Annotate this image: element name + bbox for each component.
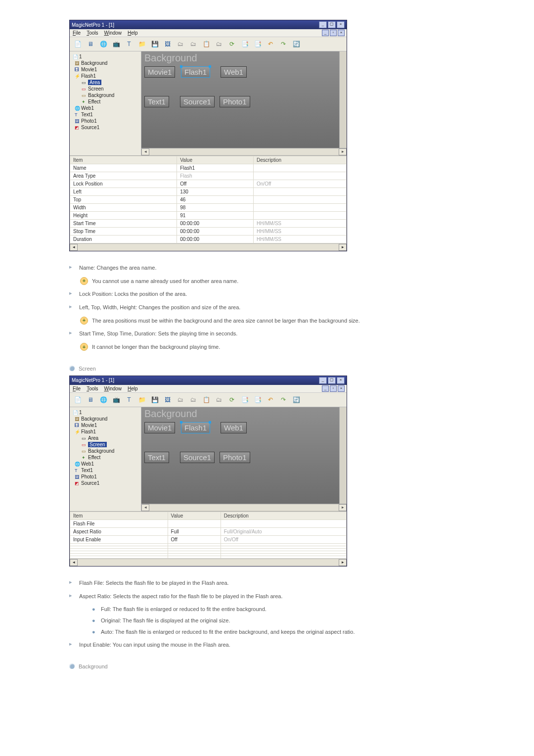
tree-node[interactable]: 🖼Photo1 (71, 473, 140, 480)
props-cell[interactable]: 46 (177, 196, 254, 204)
tree-node[interactable]: ▭Area (71, 435, 140, 441)
toolbar-button[interactable]: 📋 (201, 395, 211, 405)
tree-node[interactable]: 🌐Web1 (71, 461, 140, 467)
canvas-area[interactable]: Web1 (221, 66, 247, 78)
menu-help[interactable]: Help (128, 386, 138, 391)
props-cell[interactable]: Off (168, 535, 221, 543)
tree-node[interactable]: 🖼Background (71, 416, 140, 422)
props-cell[interactable]: 98 (177, 204, 254, 212)
menu-file[interactable]: File (73, 30, 81, 36)
canvas-hscroll[interactable]: ◂▸ (141, 148, 347, 155)
tree-node[interactable]: 🖼Background (71, 60, 140, 66)
props-cell[interactable]: Full (168, 527, 221, 535)
tree-node[interactable]: 🎞Movie1 (71, 422, 140, 428)
toolbar-button[interactable]: ↶ (266, 395, 275, 405)
toolbar-button[interactable]: 🗂 (176, 395, 185, 405)
canvas-vscroll[interactable] (339, 51, 347, 148)
props-row[interactable]: Area TypeFlash (70, 172, 347, 180)
menu-tools[interactable]: Tools (87, 386, 98, 391)
mdi-minimize[interactable]: _ (322, 385, 329, 392)
maximize-button[interactable]: ▢ (328, 377, 336, 384)
tree-node[interactable]: ✦Effect (71, 454, 140, 461)
canvas-area[interactable]: Movie1 (144, 66, 175, 78)
toolbar-button[interactable]: ↶ (266, 39, 275, 49)
toolbar-button[interactable]: 📑 (240, 39, 250, 49)
mdi-minimize[interactable]: _ (322, 30, 329, 36)
props-cell[interactable]: 00:00:00 (177, 236, 254, 243)
props-row[interactable]: Input EnableOffOn/Off (70, 535, 347, 543)
toolbar-button[interactable]: 📄 (73, 395, 83, 405)
props-cell[interactable]: 91 (177, 212, 254, 220)
props-hscroll[interactable]: ◂▸ (70, 243, 347, 251)
props-row[interactable]: Duration00:00:00HH/MM/SS (70, 236, 347, 243)
props-row[interactable]: Top46 (70, 196, 347, 204)
toolbar-button[interactable]: 🗂 (188, 39, 198, 49)
props-hscroll[interactable]: ◂▸ (70, 559, 347, 566)
props-row[interactable]: Aspect RatioFullFull/Original/Auto (70, 527, 347, 535)
tree-node[interactable]: ▭Background (71, 448, 140, 454)
canvas-area[interactable]: Flash1 (181, 66, 210, 78)
props-row[interactable]: Height91 (70, 212, 347, 220)
tree-node[interactable]: 🎞Movie1 (71, 66, 140, 73)
props-row[interactable]: NameFlash1 (70, 164, 347, 172)
props-row[interactable] (70, 556, 347, 558)
close-button[interactable]: × (337, 377, 345, 384)
menu-window[interactable]: Window (104, 386, 122, 391)
canvas-area[interactable]: Text1 (144, 452, 169, 463)
toolbar-button[interactable]: 📑 (253, 39, 263, 49)
props-cell[interactable]: 00:00:00 (177, 228, 254, 236)
toolbar-button[interactable]: 📺 (111, 39, 121, 49)
toolbar-button[interactable]: 📁 (137, 39, 147, 49)
tree-node[interactable]: 🖼Photo1 (71, 118, 140, 124)
toolbar-button[interactable]: 🔄 (291, 39, 301, 49)
canvas-area[interactable]: Photo1 (220, 96, 250, 107)
tree-node[interactable]: ◩Source1 (71, 124, 140, 131)
layout-canvas[interactable]: BackgroundMovie1Flash1Web1Text1Source1Ph… (141, 407, 347, 504)
canvas-area[interactable]: Photo1 (220, 452, 250, 463)
toolbar-button[interactable]: 📑 (240, 395, 250, 405)
tree-node[interactable]: TText1 (71, 111, 140, 118)
toolbar-button[interactable]: 📁 (137, 395, 147, 405)
toolbar-button[interactable]: 📑 (253, 395, 263, 405)
menu-help[interactable]: Help (128, 30, 138, 36)
props-cell[interactable]: Flash1 (177, 164, 254, 172)
canvas-vscroll[interactable] (339, 407, 347, 504)
props-row[interactable]: Left130 (70, 188, 347, 196)
toolbar-button[interactable]: 🗂 (214, 395, 224, 405)
tree-node[interactable]: TText1 (71, 467, 140, 473)
menu-tools[interactable]: Tools (87, 30, 98, 36)
layout-canvas[interactable]: BackgroundMovie1Flash1Web1Text1Source1Ph… (141, 51, 347, 148)
canvas-area[interactable]: Source1 (180, 452, 215, 463)
canvas-area[interactable]: Text1 (144, 96, 169, 107)
tree-node[interactable]: 📄1 (71, 409, 140, 416)
tree-node[interactable]: ▭Screen (71, 86, 140, 92)
toolbar-button[interactable]: 🖥 (86, 395, 95, 405)
maximize-button[interactable]: ▢ (328, 21, 336, 28)
props-row[interactable]: Lock PositionOffOn/Off (70, 180, 347, 188)
props-row[interactable]: Width98 (70, 204, 347, 212)
toolbar-button[interactable]: ⟳ (227, 395, 237, 405)
tree-node[interactable]: 📄1 (71, 53, 140, 60)
mdi-restore[interactable]: ▫ (330, 385, 337, 392)
close-button[interactable]: × (337, 21, 345, 28)
toolbar-button[interactable]: 🌐 (98, 395, 108, 405)
toolbar-button[interactable]: 🌐 (98, 39, 108, 49)
toolbar-button[interactable]: 🖥 (86, 39, 95, 49)
toolbar-button[interactable]: 📄 (73, 39, 83, 49)
toolbar-button[interactable]: 🗂 (176, 39, 185, 49)
props-cell[interactable]: 00:00:00 (177, 220, 254, 228)
tree-panel[interactable]: 📄1🖼Background🎞Movie1⚡Flash1▭Area▭Screen▭… (70, 407, 141, 511)
props-row[interactable]: Stop Time00:00:00HH/MM/SS (70, 228, 347, 236)
toolbar-button[interactable]: 💾 (150, 39, 160, 49)
toolbar-button[interactable]: 💾 (150, 395, 160, 405)
toolbar-button[interactable]: 📋 (201, 39, 211, 49)
tree-node[interactable]: ▭Background (71, 92, 140, 98)
mdi-close[interactable]: × (338, 30, 345, 36)
props-cell[interactable] (168, 556, 221, 558)
props-cell[interactable]: Off (177, 180, 254, 188)
toolbar-button[interactable]: T (124, 395, 134, 405)
canvas-hscroll[interactable]: ◂▸ (141, 504, 347, 511)
toolbar-button[interactable]: 🖼 (163, 395, 173, 405)
toolbar-button[interactable]: 🖼 (163, 39, 173, 49)
tree-node[interactable]: ▭Area (71, 79, 140, 86)
